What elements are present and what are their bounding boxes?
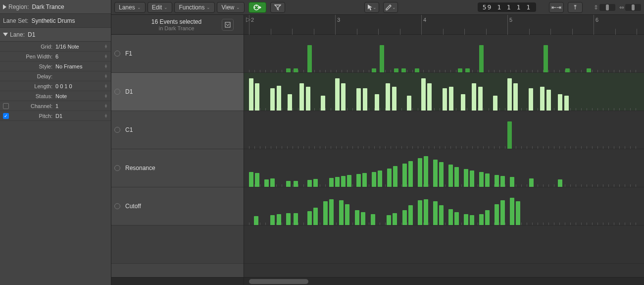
checkbox[interactable] bbox=[3, 103, 9, 109]
prop-value[interactable]: 1/16 Note bbox=[55, 44, 104, 50]
event-bar[interactable] bbox=[470, 171, 474, 187]
stepper-icon[interactable]: ▲▼ bbox=[104, 94, 108, 98]
horizontal-zoom-slider[interactable] bbox=[625, 4, 641, 11]
event-bar[interactable] bbox=[479, 214, 484, 225]
horizontal-scrollbar[interactable] bbox=[111, 277, 644, 285]
functions-menu[interactable]: Functions ⌄ bbox=[174, 2, 215, 13]
event-bar[interactable] bbox=[479, 45, 484, 72]
event-bar[interactable] bbox=[470, 215, 474, 225]
event-bar[interactable] bbox=[472, 83, 476, 111]
event-bar[interactable] bbox=[565, 68, 570, 72]
event-bar[interactable] bbox=[495, 204, 499, 225]
event-bar[interactable] bbox=[277, 86, 281, 111]
event-bar[interactable] bbox=[493, 96, 497, 111]
prop-value[interactable]: 0 0 1 0 bbox=[55, 83, 104, 89]
event-bar[interactable] bbox=[478, 87, 483, 111]
event-bar[interactable] bbox=[465, 68, 470, 72]
event-bar[interactable] bbox=[408, 161, 413, 187]
event-bar[interactable] bbox=[507, 78, 512, 111]
event-bar[interactable] bbox=[270, 88, 275, 111]
lane-radio[interactable] bbox=[114, 165, 120, 171]
event-bar[interactable] bbox=[299, 83, 304, 111]
event-bar[interactable] bbox=[363, 88, 367, 111]
lanes-menu[interactable]: Lanes ⌄ bbox=[114, 2, 146, 13]
event-bar[interactable] bbox=[329, 178, 334, 187]
event-bar[interactable] bbox=[307, 45, 312, 72]
event-bar[interactable] bbox=[439, 162, 444, 187]
event-bar[interactable] bbox=[380, 45, 384, 72]
event-bar[interactable] bbox=[313, 208, 318, 225]
event-bar[interactable] bbox=[345, 204, 349, 225]
event-bar[interactable] bbox=[421, 78, 426, 111]
prop-row[interactable]: Status:Note▲▼ bbox=[0, 91, 111, 101]
lane-radio[interactable] bbox=[114, 203, 120, 209]
lane-header[interactable]: Cutoff bbox=[111, 187, 244, 226]
stepper-icon[interactable]: ▲▼ bbox=[104, 64, 108, 68]
edit-menu[interactable]: Edit ⌄ bbox=[148, 2, 173, 13]
event-bar[interactable] bbox=[529, 178, 534, 187]
event-bar[interactable] bbox=[255, 83, 259, 111]
event-bar[interactable] bbox=[510, 198, 514, 225]
event-bar[interactable] bbox=[529, 88, 533, 111]
event-bar[interactable] bbox=[341, 83, 346, 111]
stepper-icon[interactable]: ▲▼ bbox=[104, 74, 108, 78]
event-bar[interactable] bbox=[461, 94, 465, 111]
event-bar[interactable] bbox=[323, 201, 328, 225]
event-bar[interactable] bbox=[277, 214, 281, 225]
timeline-ruler[interactable]: ▷ 23456 bbox=[244, 15, 644, 35]
lane[interactable] bbox=[244, 73, 644, 111]
prop-row[interactable]: ✓Pitch:D1▲▼ bbox=[0, 111, 111, 121]
lane-header[interactable]: F1 bbox=[111, 35, 244, 73]
stepper-icon[interactable]: ▲▼ bbox=[104, 55, 108, 58]
prop-value[interactable]: 1 bbox=[55, 103, 104, 109]
event-bar[interactable] bbox=[500, 176, 505, 187]
event-bar[interactable] bbox=[443, 88, 447, 111]
event-bar[interactable] bbox=[439, 205, 444, 225]
event-bar[interactable] bbox=[387, 169, 392, 187]
catch-playhead-button[interactable] bbox=[222, 19, 234, 31]
event-bar[interactable] bbox=[387, 215, 391, 225]
event-bar[interactable] bbox=[402, 164, 407, 187]
event-bar[interactable] bbox=[449, 87, 453, 111]
event-bar[interactable] bbox=[335, 177, 340, 187]
event-bar[interactable] bbox=[393, 166, 397, 187]
lane-header[interactable]: Resonance bbox=[111, 149, 244, 187]
lane[interactable] bbox=[244, 187, 644, 226]
event-bar[interactable] bbox=[415, 68, 419, 72]
event-bar[interactable] bbox=[375, 94, 379, 111]
event-bar[interactable] bbox=[371, 214, 375, 225]
event-bar[interactable] bbox=[485, 210, 490, 225]
event-bar[interactable] bbox=[288, 94, 292, 111]
event-bar[interactable] bbox=[307, 180, 312, 187]
event-bar[interactable] bbox=[339, 200, 344, 225]
prop-value[interactable]: 6 bbox=[55, 54, 104, 59]
event-bar[interactable] bbox=[407, 96, 411, 111]
event-bar[interactable] bbox=[479, 172, 484, 187]
lane-header[interactable]: C1 bbox=[111, 111, 244, 149]
event-bar[interactable] bbox=[294, 181, 298, 187]
event-bar[interactable] bbox=[286, 213, 291, 225]
event-bar[interactable] bbox=[433, 160, 438, 187]
stepper-icon[interactable]: ▲▼ bbox=[104, 104, 108, 108]
event-bar[interactable] bbox=[464, 214, 468, 225]
event-bar[interactable] bbox=[356, 174, 361, 187]
event-bar[interactable] bbox=[392, 87, 396, 111]
prop-value[interactable]: D1 bbox=[55, 113, 104, 119]
event-bar[interactable] bbox=[270, 215, 275, 225]
scroll-thumb[interactable] bbox=[249, 279, 308, 284]
event-bar[interactable] bbox=[546, 90, 551, 111]
lane-row[interactable]: Lane: D1 bbox=[0, 28, 111, 42]
event-bar[interactable] bbox=[454, 212, 459, 225]
lane-radio[interactable] bbox=[114, 127, 120, 133]
event-bar[interactable] bbox=[270, 178, 275, 187]
lane[interactable] bbox=[244, 35, 644, 73]
event-bar[interactable] bbox=[458, 68, 462, 72]
event-bar[interactable] bbox=[544, 45, 548, 72]
event-bar[interactable] bbox=[564, 96, 569, 111]
event-bar[interactable] bbox=[513, 83, 518, 111]
event-bar[interactable] bbox=[516, 201, 520, 225]
event-bar[interactable] bbox=[372, 172, 376, 187]
lane[interactable] bbox=[244, 149, 644, 187]
event-bar[interactable] bbox=[264, 179, 269, 187]
checkbox[interactable]: ✓ bbox=[3, 113, 9, 119]
